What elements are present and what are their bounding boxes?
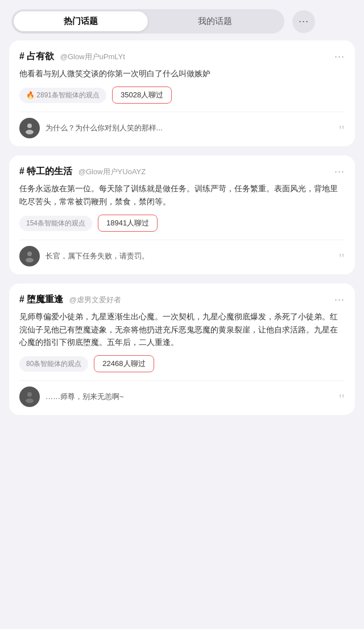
topic-name-3: 堕魔重逢 (27, 294, 63, 304)
svg-point-2 (27, 252, 32, 256)
topic-card-2: # 特工的生活 @Glow用户YUoAYZ ··· 任务永远放在第一位。每天除了… (9, 155, 355, 274)
avatar-2 (19, 246, 40, 266)
topic-user-2: @Glow用户YUoAYZ (78, 167, 146, 176)
comment-preview-2[interactable]: 长官，属下任务失败，请责罚。 " (19, 240, 345, 266)
chat-stat-2[interactable]: 18941人聊过 (98, 215, 158, 232)
topic-title-1: # 占有欲 @Glow用户uPmLYt (19, 51, 329, 63)
ai-stat-2: 154条智能体的观点 (19, 216, 92, 231)
svg-point-3 (26, 258, 34, 262)
topic-user-1: @Glow用户uPmLYt (60, 52, 125, 61)
card-menu-3[interactable]: ··· (329, 294, 345, 306)
ai-stat-3: 80条智能体的观点 (19, 356, 88, 372)
tab-group: 热门话题 我的话题 (11, 9, 284, 34)
topic-header-3: # 堕魔重逢 @虐男文爱好者 ··· (19, 294, 345, 306)
card-menu-1[interactable]: ··· (329, 51, 345, 63)
topic-header-1: # 占有欲 @Glow用户uPmLYt ··· (19, 51, 345, 63)
stats-row-1: 🔥 2891条智能体的观点 35028人聊过 (19, 87, 345, 104)
topic-name-2: 特工的生活 (27, 166, 72, 176)
quote-icon-3: " (338, 392, 345, 407)
quote-icon-2: " (338, 252, 345, 266)
card-menu-2[interactable]: ··· (329, 166, 345, 178)
tab-bar: 热门话题 我的话题 ··· (0, 0, 364, 40)
svg-point-0 (27, 124, 32, 128)
topic-hash-1: # (19, 51, 27, 61)
stats-row-3: 80条智能体的观点 22468人聊过 (19, 355, 345, 372)
topic-name-1: 占有欲 (27, 51, 54, 61)
chat-stat-1[interactable]: 35028人聊过 (112, 87, 172, 104)
topic-desc-3: 见师尊偏爱小徒弟，九星逐渐生出心魔。一次契机，九星心魔彻底爆发，杀死了小徒弟。红… (19, 310, 345, 348)
topic-title-2: # 特工的生活 @Glow用户YUoAYZ (19, 166, 329, 178)
comment-text-3: ……师尊，别来无恙啊~ (46, 392, 329, 402)
avatar-3 (19, 387, 40, 407)
more-menu-button[interactable]: ··· (292, 10, 315, 33)
chat-stat-3[interactable]: 22468人聊过 (94, 355, 154, 372)
tab-my-topics[interactable]: 我的话题 (148, 11, 282, 31)
topic-user-3: @虐男文爱好者 (69, 295, 121, 304)
comment-preview-3[interactable]: ……师尊，别来无恙啊~ " (19, 380, 345, 407)
topic-title-3: # 堕魔重逢 @虐男文爱好者 (19, 294, 329, 306)
svg-point-4 (27, 392, 32, 397)
topic-hash-3: # (19, 294, 27, 304)
cards-container: # 占有欲 @Glow用户uPmLYt ··· 他看着与别人微笑交谈的你第一次明… (0, 40, 364, 415)
ai-stat-1: 🔥 2891条智能体的观点 (19, 88, 106, 103)
topic-desc-2: 任务永远放在第一位。每天除了训练就是做任务。训练严苛，任务繁重。表面风光，背地里… (19, 182, 345, 208)
comment-text-2: 长官，属下任务失败，请责罚。 (46, 251, 329, 261)
quote-icon-1: " (338, 124, 345, 138)
comment-text-1: 为什么？为什么你对别人笑的那样... (46, 123, 329, 133)
svg-point-1 (26, 130, 34, 134)
comment-preview-1[interactable]: 为什么？为什么你对别人笑的那样... " (19, 112, 345, 138)
topic-desc-1: 他看着与别人微笑交谈的你第一次明白了什么叫做嫉妒 (19, 67, 345, 80)
topic-card-1: # 占有欲 @Glow用户uPmLYt ··· 他看着与别人微笑交谈的你第一次明… (9, 40, 355, 146)
topic-hash-2: # (19, 166, 27, 176)
topic-header-2: # 特工的生活 @Glow用户YUoAYZ ··· (19, 166, 345, 178)
svg-point-5 (26, 398, 34, 403)
stats-row-2: 154条智能体的观点 18941人聊过 (19, 215, 345, 232)
avatar-1 (19, 118, 40, 138)
topic-card-3: # 堕魔重逢 @虐男文爱好者 ··· 见师尊偏爱小徒弟，九星逐渐生出心魔。一次契… (9, 283, 355, 415)
tab-hot-topics[interactable]: 热门话题 (14, 11, 148, 31)
